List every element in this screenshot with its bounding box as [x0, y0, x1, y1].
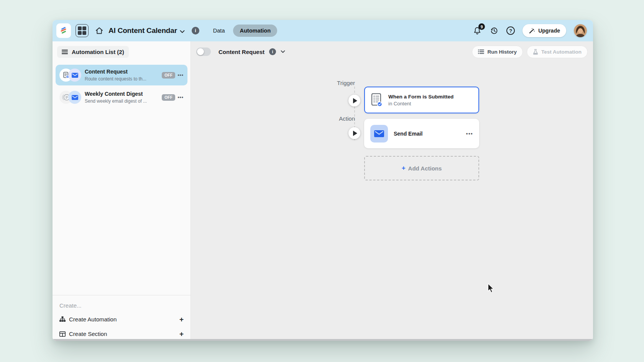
trigger-label: Trigger — [324, 80, 355, 86]
page-title: AI Content Calendar — [108, 26, 177, 35]
automation-item-controls: OFF ••• — [162, 94, 184, 101]
magic-wand-icon — [529, 28, 535, 34]
automation-toolbar: Content Request i Run History — [191, 41, 593, 62]
toolbar-actions: Run History Test Automation — [472, 46, 588, 58]
grid-cell — [78, 31, 82, 35]
app-window: AI Content Calendar i Data Automation 9 — [53, 20, 593, 341]
automation-item-text: Weekly Content Digest Send weekly email … — [85, 91, 159, 104]
home-icon — [95, 26, 104, 35]
action-label: Action — [324, 115, 355, 122]
automation-list: Content Request Route content requests t… — [53, 62, 191, 109]
automation-main: Content Request i Run History — [191, 41, 593, 341]
upgrade-label: Upgrade — [538, 28, 560, 34]
run-history-button[interactable]: Run History — [472, 46, 523, 58]
automation-sidebar: Automation List (2) — [53, 41, 191, 341]
window-bottom-edge — [53, 339, 593, 341]
flask-icon — [533, 49, 538, 55]
more-options-icon[interactable]: ••• — [466, 131, 473, 136]
tab-data[interactable]: Data — [209, 25, 229, 37]
send-email-icon-tile — [370, 125, 388, 143]
smartsuite-logo-icon — [59, 26, 68, 35]
automation-item-title: Weekly Content Digest — [85, 91, 159, 97]
top-bar: AI Content Calendar i Data Automation 9 — [53, 20, 593, 41]
automation-icons — [59, 90, 82, 104]
grid-cell — [78, 26, 82, 30]
chevron-down-icon[interactable] — [281, 50, 285, 53]
play-icon — [353, 131, 357, 136]
info-icon[interactable]: i — [269, 48, 276, 55]
automation-list-item-content-request[interactable]: Content Request Route content requests t… — [56, 65, 187, 85]
test-automation-label: Test Automation — [541, 49, 582, 55]
toggle-knob — [197, 48, 204, 55]
automation-list-header[interactable]: Automation List (2) — [57, 46, 129, 58]
email-action-icon — [68, 91, 81, 104]
plus-icon[interactable]: + — [179, 331, 184, 337]
tab-automation[interactable]: Automation — [233, 25, 277, 37]
trigger-card[interactable]: When a Form is Submitted in Content — [364, 87, 479, 113]
trigger-card-title: When a Form is Submitted — [388, 94, 453, 100]
app-body: Automation List (2) — [53, 41, 593, 341]
notifications-button[interactable]: 9 — [473, 26, 482, 35]
help-button[interactable]: ? — [506, 26, 515, 35]
run-history-icon — [478, 49, 484, 54]
automation-item-title: Content Request — [85, 69, 159, 75]
automation-item-controls: OFF ••• — [162, 72, 184, 79]
create-section-label: Create Section — [69, 331, 107, 337]
more-options-icon[interactable]: ••• — [177, 72, 184, 78]
title-dropdown[interactable] — [180, 30, 185, 33]
list-menu-icon — [62, 49, 68, 54]
more-options-icon[interactable]: ••• — [177, 95, 184, 100]
grid-cell — [82, 31, 86, 35]
test-automation-button[interactable]: Test Automation — [527, 46, 588, 58]
add-actions-button[interactable]: + Add Actions — [364, 156, 479, 180]
automation-canvas: Trigger — [191, 62, 593, 341]
automation-icons — [59, 68, 82, 82]
trigger-card-subtitle: in Content — [388, 101, 453, 106]
add-actions-label: Add Actions — [408, 165, 442, 172]
automation-list-title: Automation List (2) — [72, 49, 124, 55]
automation-tree-icon — [59, 316, 66, 322]
top-bar-actions: 9 ? Upgrade — [473, 24, 589, 37]
automation-enabled-toggle[interactable] — [196, 48, 211, 56]
info-icon[interactable]: i — [192, 27, 199, 34]
send-email-card[interactable]: Send Email ••• — [364, 119, 479, 148]
solutions-grid-button[interactable] — [76, 24, 89, 37]
avatar[interactable] — [574, 24, 587, 37]
avatar-image — [574, 24, 587, 37]
history-icon — [490, 26, 499, 35]
create-automation-button[interactable]: Create Automation + — [59, 312, 184, 326]
automation-name: Content Request — [219, 49, 264, 55]
plus-icon: + — [402, 164, 406, 172]
create-automation-label: Create Automation — [69, 316, 117, 323]
send-email-title: Send Email — [394, 131, 460, 137]
app-logo[interactable] — [56, 23, 71, 38]
trigger-card-text: When a Form is Submitted in Content — [388, 94, 453, 106]
create-label: Create... — [59, 302, 184, 309]
grid-cell — [82, 26, 86, 30]
section-icon — [59, 331, 66, 337]
upgrade-button[interactable]: Upgrade — [522, 24, 566, 37]
home-button[interactable] — [95, 26, 104, 35]
notification-count-badge: 9 — [478, 23, 485, 30]
email-icon — [374, 130, 384, 138]
automation-list-item-weekly-digest[interactable]: Weekly Content Digest Send weekly email … — [56, 87, 187, 108]
mouse-cursor — [488, 283, 495, 295]
status-badge: OFF — [162, 72, 175, 79]
action-play-button[interactable] — [348, 127, 360, 139]
trigger-play-button[interactable] — [348, 95, 360, 106]
run-history-label: Run History — [487, 49, 517, 55]
status-badge: OFF — [162, 94, 175, 101]
sidebar-footer: Create... Create Automation + — [53, 295, 191, 341]
form-submitted-icon — [371, 93, 383, 107]
email-action-icon — [68, 69, 81, 82]
automation-item-subtitle: Route content requests to th... — [85, 76, 159, 82]
automation-item-text: Content Request Route content requests t… — [85, 69, 159, 82]
play-icon — [353, 98, 357, 103]
history-button[interactable] — [490, 26, 499, 35]
plus-icon[interactable]: + — [179, 317, 184, 322]
automation-item-subtitle: Send weekly email digest of ... — [85, 98, 159, 104]
chevron-down-icon — [180, 30, 185, 33]
